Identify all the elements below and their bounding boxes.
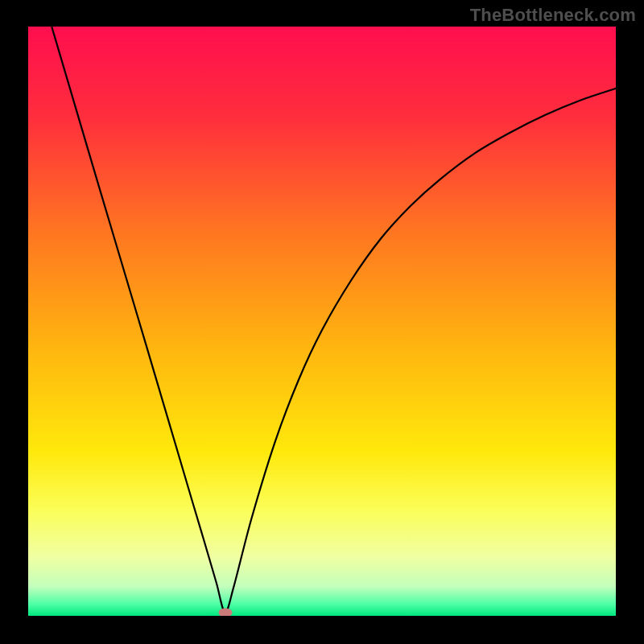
- optimal-point-marker: [218, 608, 232, 616]
- plot-area: [28, 27, 616, 616]
- watermark-text: TheBottleneck.com: [470, 5, 636, 26]
- curve-overlay: [28, 27, 616, 616]
- bottleneck-curve: [52, 27, 616, 613]
- chart-container: TheBottleneck.com: [0, 0, 644, 644]
